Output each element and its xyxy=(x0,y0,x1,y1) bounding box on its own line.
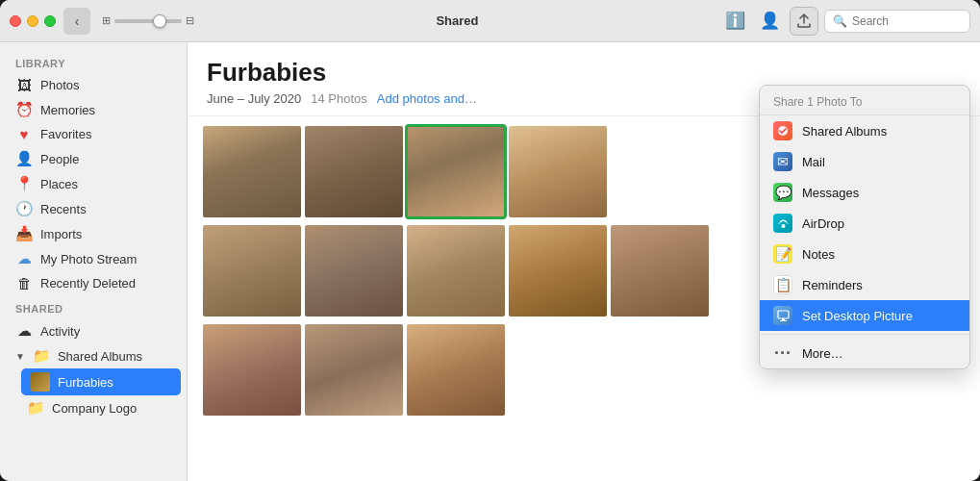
album-date: June – July 2020 xyxy=(207,91,301,106)
photo-6[interactable] xyxy=(305,225,403,316)
sidebar: Library 🖼 Photos ⏰ Memories ♥ Favorites … xyxy=(0,42,188,481)
dropdown-header: Share 1 Photo To xyxy=(760,86,969,115)
album-photo-count: 14 Photos xyxy=(311,91,367,106)
titlebar: ‹ ⊞ ⊟ Shared ℹ️ 👤 🔍 xyxy=(0,0,980,42)
share-button[interactable] xyxy=(790,7,818,36)
main-content: Library 🖼 Photos ⏰ Memories ♥ Favorites … xyxy=(0,42,980,481)
traffic-lights xyxy=(10,15,56,27)
zoom-control: ⊞ ⊟ xyxy=(102,14,194,27)
sidebar-label-photo-stream: My Photo Stream xyxy=(40,252,137,266)
people-icon: 👤 xyxy=(15,150,33,167)
share-dropdown: Share 1 Photo To Shared Albums ✉ Mail xyxy=(759,85,970,369)
dropdown-item-reminders[interactable]: 📋 Reminders xyxy=(760,269,969,300)
sidebar-item-recently-deleted[interactable]: 🗑 Recently Deleted xyxy=(0,271,187,295)
sidebar-item-favorites[interactable]: ♥ Favorites xyxy=(0,122,187,146)
sidebar-label-favorites: Favorites xyxy=(40,127,91,141)
svg-rect-2 xyxy=(778,311,789,318)
photo-2[interactable] xyxy=(305,126,403,217)
sidebar-item-memories[interactable]: ⏰ Memories xyxy=(0,97,187,122)
desktop-menu-icon xyxy=(773,306,792,325)
recently-deleted-icon: 🗑 xyxy=(15,275,33,291)
dropdown-item-more[interactable]: ··· More… xyxy=(760,338,969,368)
sidebar-label-memories: Memories xyxy=(40,103,95,117)
dropdown-item-notes[interactable]: 📝 Notes xyxy=(760,239,969,269)
reminders-menu-icon: 📋 xyxy=(773,275,792,294)
album-title: Furbabies xyxy=(207,58,961,88)
expand-triangle-icon: ▼ xyxy=(15,351,25,362)
company-logo-icon: 📁 xyxy=(27,399,44,417)
sidebar-label-recently-deleted: Recently Deleted xyxy=(40,276,136,291)
window-title: Shared xyxy=(202,13,713,28)
memories-icon: ⏰ xyxy=(15,101,33,118)
close-button[interactable] xyxy=(10,15,21,27)
sidebar-label-recents: Recents xyxy=(40,202,87,216)
furbabies-thumbnail xyxy=(31,372,50,392)
back-button[interactable]: ‹ xyxy=(63,8,90,35)
photo-10[interactable] xyxy=(203,324,301,416)
search-box[interactable]: 🔍 xyxy=(824,10,970,33)
maximize-button[interactable] xyxy=(44,15,56,27)
search-icon: 🔍 xyxy=(833,14,847,28)
photos-icon: 🖼 xyxy=(15,77,33,93)
recents-icon: 🕐 xyxy=(15,200,33,217)
activity-icon: ☁ xyxy=(15,322,33,340)
airdrop-menu-icon xyxy=(773,214,792,233)
notes-label: Notes xyxy=(802,247,835,262)
photo-9[interactable] xyxy=(611,225,709,316)
svg-rect-3 xyxy=(782,318,785,320)
add-photos-link[interactable]: Add photos and… xyxy=(377,91,477,106)
sidebar-item-activity[interactable]: ☁ Activity xyxy=(0,318,187,343)
sidebar-item-imports[interactable]: 📥 Imports xyxy=(0,221,187,246)
photo-8[interactable] xyxy=(509,225,607,316)
sidebar-item-my-photo-stream[interactable]: ☁ My Photo Stream xyxy=(0,246,187,271)
sidebar-label-activity: Activity xyxy=(40,324,80,339)
shared-albums-icon: 📁 xyxy=(33,347,50,365)
set-desktop-label: Set Desktop Picture xyxy=(802,309,913,323)
person-button[interactable]: 👤 xyxy=(755,7,784,36)
photo-11[interactable] xyxy=(305,324,403,416)
sidebar-item-furbabies[interactable]: Furbabies xyxy=(21,368,181,395)
sidebar-item-shared-albums[interactable]: ▼ 📁 Shared Albums xyxy=(0,343,187,368)
mail-menu-icon: ✉ xyxy=(773,152,792,171)
search-input[interactable] xyxy=(852,14,962,28)
photo-5[interactable] xyxy=(203,225,301,316)
favorites-icon: ♥ xyxy=(15,126,33,142)
zoom-out-icon: ⊞ xyxy=(102,14,111,27)
sidebar-item-photos[interactable]: 🖼 Photos xyxy=(0,73,187,97)
library-section-header: Library xyxy=(0,50,187,73)
dropdown-item-messages[interactable]: 💬 Messages xyxy=(760,177,969,208)
photo-4[interactable] xyxy=(509,126,607,217)
main-window: ‹ ⊞ ⊟ Shared ℹ️ 👤 🔍 Library xyxy=(0,0,980,481)
sidebar-label-shared-albums: Shared Albums xyxy=(58,349,142,364)
dropdown-item-shared-albums[interactable]: Shared Albums xyxy=(760,115,969,146)
minimize-button[interactable] xyxy=(27,15,38,27)
toolbar-right: ℹ️ 👤 🔍 xyxy=(720,7,970,36)
photo-3-selected[interactable] xyxy=(407,126,505,217)
sidebar-item-people[interactable]: 👤 People xyxy=(0,146,187,171)
sidebar-item-places[interactable]: 📍 Places xyxy=(0,171,187,196)
photo-stream-icon: ☁ xyxy=(15,250,33,267)
dropdown-item-set-desktop[interactable]: Set Desktop Picture xyxy=(760,300,969,331)
dropdown-item-airdrop[interactable]: AirDrop xyxy=(760,208,969,239)
zoom-in-icon: ⊟ xyxy=(186,14,194,27)
photo-7[interactable] xyxy=(407,225,505,316)
info-button[interactable]: ℹ️ xyxy=(720,7,749,36)
sidebar-label-people: People xyxy=(40,152,79,166)
sidebar-item-recents[interactable]: 🕐 Recents xyxy=(0,196,187,221)
sidebar-item-company-logo[interactable]: 📁 Company Logo xyxy=(0,395,187,420)
shared-albums-menu-icon xyxy=(773,121,792,140)
more-menu-icon: ··· xyxy=(773,343,792,363)
messages-label: Messages xyxy=(802,186,859,200)
svg-point-1 xyxy=(781,224,785,228)
sidebar-label-company-logo: Company Logo xyxy=(52,401,137,416)
dropdown-item-mail[interactable]: ✉ Mail xyxy=(760,146,969,177)
shared-section-header: Shared xyxy=(0,295,187,318)
zoom-slider[interactable] xyxy=(114,19,182,23)
airdrop-label: AirDrop xyxy=(802,216,844,231)
photo-12[interactable] xyxy=(407,324,505,416)
imports-icon: 📥 xyxy=(15,225,33,242)
photo-1[interactable] xyxy=(203,126,301,217)
more-label: More… xyxy=(802,346,843,361)
shared-albums-label: Shared Albums xyxy=(802,124,887,139)
notes-menu-icon: 📝 xyxy=(773,244,792,264)
